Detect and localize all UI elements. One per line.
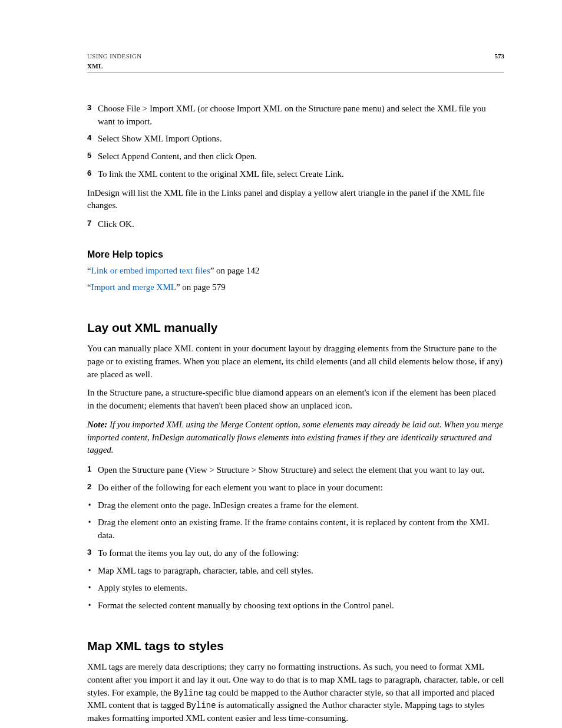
step-list-7: 7 Click OK. [87, 218, 504, 231]
note-text: If you imported XML using the Merge Cont… [87, 420, 503, 455]
code-inline: Byline [186, 701, 216, 710]
bullet-icon: • [88, 518, 91, 528]
code-inline: Byline [174, 689, 203, 698]
step-text: Open the Structure pane (View > Structur… [98, 465, 485, 475]
bullet-item: • Format the selected content manually b… [87, 599, 504, 612]
step-number: 6 [87, 168, 91, 179]
bullet-icon: • [88, 583, 91, 593]
bullet-text: Drag the element onto an existing frame.… [98, 518, 489, 540]
section-heading-layout-xml: Lay out XML manually [87, 319, 504, 337]
help-link-line: “Import and merge XML” on page 579 [87, 281, 504, 294]
step-list-top: 3 Choose File > Import XML (or choose Im… [87, 103, 504, 181]
help-link-line: “Link or embed imported text files” on p… [87, 265, 504, 278]
step-text: Do either of the following for each elem… [98, 483, 383, 492]
step-text: To format the items you lay out, do any … [98, 548, 299, 558]
step-item: 1 Open the Structure pane (View > Struct… [87, 464, 504, 477]
step-number: 1 [87, 464, 91, 475]
bullet-text: Format the selected content manually by … [98, 601, 394, 610]
step-item: 7 Click OK. [87, 218, 504, 231]
bullet-text: Apply styles to elements. [98, 583, 187, 592]
step-item: 3 Choose File > Import XML (or choose Im… [87, 103, 504, 129]
body-paragraph: In the Structure pane, a structure-speci… [87, 387, 504, 413]
step-item: 5 Select Append Content, and then click … [87, 150, 504, 163]
section-heading-map-tags: Map XML tags to styles [87, 637, 504, 655]
step-text: Choose File > Import XML (or choose Impo… [98, 104, 486, 126]
bullet-text: Drag the element onto the page. InDesign… [98, 500, 359, 510]
note-paragraph: Note: If you imported XML using the Merg… [87, 419, 504, 457]
page-number: 573 [495, 52, 505, 61]
step-text: Select Append Content, and then click Op… [98, 151, 257, 161]
bullet-icon: • [88, 500, 91, 510]
bullet-item: • Drag the element onto the page. InDesi… [87, 499, 504, 512]
header-section-title: XML [87, 62, 142, 71]
step-text: To link the XML content to the original … [98, 169, 344, 179]
step-number: 3 [87, 103, 91, 114]
step-number: 2 [87, 482, 91, 493]
content-area: 3 Choose File > Import XML (or choose Im… [87, 103, 504, 728]
body-paragraph: InDesign will list the XML file in the L… [87, 187, 504, 213]
step-number: 7 [87, 218, 91, 229]
bullet-icon: • [88, 601, 91, 611]
link-suffix: ” on page 142 [210, 266, 260, 275]
step-text: Click OK. [98, 219, 134, 229]
body-paragraph: XML tags are merely data descriptions; t… [87, 661, 504, 725]
bullet-text: Map XML tags to paragraph, character, ta… [98, 566, 313, 575]
bullet-item: • Drag the element onto an existing fram… [87, 516, 504, 542]
step-number: 5 [87, 150, 91, 162]
quote-open: “ [87, 266, 91, 275]
step-number: 4 [87, 133, 91, 144]
step-item: 2 Do either of the following for each el… [87, 482, 504, 495]
bullet-icon: • [88, 566, 91, 576]
help-link[interactable]: Import and merge XML [91, 282, 176, 292]
help-link[interactable]: Link or embed imported text files [91, 266, 210, 275]
step-item: 6 To link the XML content to the origina… [87, 168, 504, 181]
more-help-heading: More Help topics [87, 248, 504, 261]
step-list-section1: 1 Open the Structure pane (View > Struct… [87, 464, 504, 612]
header-left: USING INDESIGN XML [87, 52, 142, 71]
header-book-title: USING INDESIGN [87, 52, 142, 61]
body-paragraph: You can manually place XML content in yo… [87, 342, 504, 381]
page: USING INDESIGN XML 573 3 Choose File > I… [0, 0, 562, 728]
step-item: 4 Select Show XML Import Options. [87, 133, 504, 146]
bullet-item: • Apply styles to elements. [87, 582, 504, 595]
step-number: 3 [87, 547, 91, 558]
step-text: Select Show XML Import Options. [98, 134, 222, 143]
bullet-item: • Map XML tags to paragraph, character, … [87, 565, 504, 578]
note-label: Note: [87, 420, 107, 429]
link-suffix: ” on page 579 [176, 282, 226, 292]
quote-open: “ [87, 282, 91, 292]
page-header: USING INDESIGN XML 573 [87, 52, 504, 73]
step-item: 3 To format the items you lay out, do an… [87, 547, 504, 560]
